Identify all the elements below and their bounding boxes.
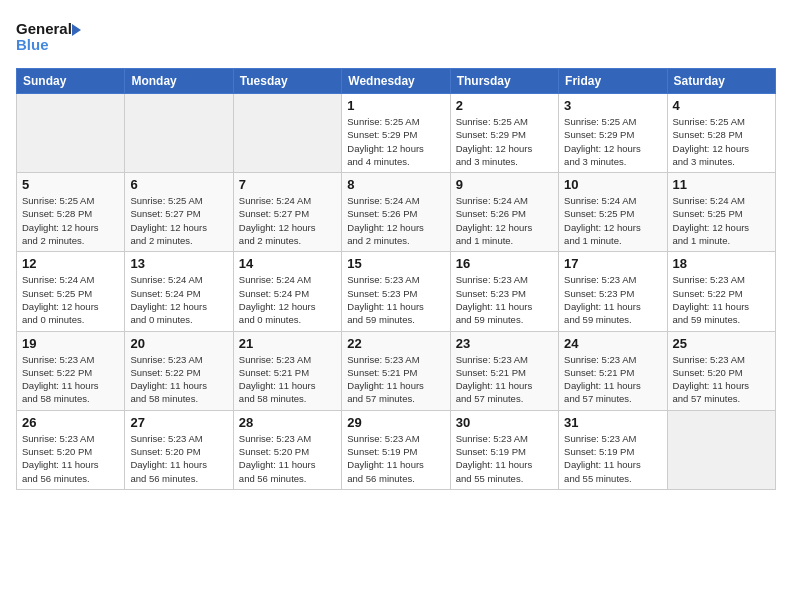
calendar-cell: 14Sunrise: 5:24 AM Sunset: 5:24 PM Dayli… [233,252,341,331]
day-info: Sunrise: 5:23 AM Sunset: 5:23 PM Dayligh… [456,273,553,326]
calendar-week-row: 5Sunrise: 5:25 AM Sunset: 5:28 PM Daylig… [17,173,776,252]
day-number: 29 [347,415,444,430]
calendar-cell: 12Sunrise: 5:24 AM Sunset: 5:25 PM Dayli… [17,252,125,331]
day-info: Sunrise: 5:23 AM Sunset: 5:19 PM Dayligh… [456,432,553,485]
day-number: 17 [564,256,661,271]
calendar-cell: 17Sunrise: 5:23 AM Sunset: 5:23 PM Dayli… [559,252,667,331]
day-number: 8 [347,177,444,192]
calendar: SundayMondayTuesdayWednesdayThursdayFrid… [16,68,776,490]
calendar-cell: 5Sunrise: 5:25 AM Sunset: 5:28 PM Daylig… [17,173,125,252]
calendar-cell [125,94,233,173]
calendar-cell: 22Sunrise: 5:23 AM Sunset: 5:21 PM Dayli… [342,331,450,410]
day-info: Sunrise: 5:24 AM Sunset: 5:27 PM Dayligh… [239,194,336,247]
calendar-week-row: 12Sunrise: 5:24 AM Sunset: 5:25 PM Dayli… [17,252,776,331]
calendar-cell: 8Sunrise: 5:24 AM Sunset: 5:26 PM Daylig… [342,173,450,252]
calendar-header-row: SundayMondayTuesdayWednesdayThursdayFrid… [17,69,776,94]
day-number: 9 [456,177,553,192]
day-info: Sunrise: 5:25 AM Sunset: 5:29 PM Dayligh… [564,115,661,168]
calendar-cell: 26Sunrise: 5:23 AM Sunset: 5:20 PM Dayli… [17,410,125,489]
day-number: 27 [130,415,227,430]
day-info: Sunrise: 5:23 AM Sunset: 5:22 PM Dayligh… [673,273,770,326]
day-number: 15 [347,256,444,271]
calendar-cell: 31Sunrise: 5:23 AM Sunset: 5:19 PM Dayli… [559,410,667,489]
day-number: 2 [456,98,553,113]
calendar-cell: 28Sunrise: 5:23 AM Sunset: 5:20 PM Dayli… [233,410,341,489]
calendar-cell: 29Sunrise: 5:23 AM Sunset: 5:19 PM Dayli… [342,410,450,489]
day-number: 3 [564,98,661,113]
day-number: 5 [22,177,119,192]
day-number: 6 [130,177,227,192]
svg-text:General: General [16,20,72,37]
logo: GeneralBlue [16,16,86,56]
calendar-cell: 11Sunrise: 5:24 AM Sunset: 5:25 PM Dayli… [667,173,775,252]
calendar-cell: 13Sunrise: 5:24 AM Sunset: 5:24 PM Dayli… [125,252,233,331]
day-info: Sunrise: 5:23 AM Sunset: 5:20 PM Dayligh… [130,432,227,485]
calendar-cell: 15Sunrise: 5:23 AM Sunset: 5:23 PM Dayli… [342,252,450,331]
day-info: Sunrise: 5:25 AM Sunset: 5:27 PM Dayligh… [130,194,227,247]
calendar-cell [667,410,775,489]
calendar-cell: 1Sunrise: 5:25 AM Sunset: 5:29 PM Daylig… [342,94,450,173]
logo-icon: GeneralBlue [16,16,86,56]
day-info: Sunrise: 5:24 AM Sunset: 5:25 PM Dayligh… [564,194,661,247]
calendar-cell: 9Sunrise: 5:24 AM Sunset: 5:26 PM Daylig… [450,173,558,252]
day-info: Sunrise: 5:24 AM Sunset: 5:24 PM Dayligh… [239,273,336,326]
header: GeneralBlue [16,16,776,56]
day-info: Sunrise: 5:23 AM Sunset: 5:21 PM Dayligh… [564,353,661,406]
day-number: 25 [673,336,770,351]
weekday-header: Saturday [667,69,775,94]
day-number: 19 [22,336,119,351]
weekday-header: Sunday [17,69,125,94]
day-number: 7 [239,177,336,192]
calendar-cell: 20Sunrise: 5:23 AM Sunset: 5:22 PM Dayli… [125,331,233,410]
day-number: 30 [456,415,553,430]
day-info: Sunrise: 5:24 AM Sunset: 5:24 PM Dayligh… [130,273,227,326]
day-number: 4 [673,98,770,113]
day-number: 23 [456,336,553,351]
calendar-cell [17,94,125,173]
day-info: Sunrise: 5:24 AM Sunset: 5:26 PM Dayligh… [456,194,553,247]
calendar-week-row: 26Sunrise: 5:23 AM Sunset: 5:20 PM Dayli… [17,410,776,489]
calendar-cell: 19Sunrise: 5:23 AM Sunset: 5:22 PM Dayli… [17,331,125,410]
calendar-week-row: 19Sunrise: 5:23 AM Sunset: 5:22 PM Dayli… [17,331,776,410]
weekday-header: Wednesday [342,69,450,94]
calendar-cell: 2Sunrise: 5:25 AM Sunset: 5:29 PM Daylig… [450,94,558,173]
day-info: Sunrise: 5:25 AM Sunset: 5:28 PM Dayligh… [673,115,770,168]
day-number: 24 [564,336,661,351]
day-number: 11 [673,177,770,192]
day-info: Sunrise: 5:23 AM Sunset: 5:20 PM Dayligh… [239,432,336,485]
calendar-cell: 4Sunrise: 5:25 AM Sunset: 5:28 PM Daylig… [667,94,775,173]
svg-marker-2 [72,24,81,36]
weekday-header: Thursday [450,69,558,94]
day-info: Sunrise: 5:23 AM Sunset: 5:21 PM Dayligh… [456,353,553,406]
day-info: Sunrise: 5:24 AM Sunset: 5:26 PM Dayligh… [347,194,444,247]
day-number: 12 [22,256,119,271]
day-info: Sunrise: 5:23 AM Sunset: 5:22 PM Dayligh… [22,353,119,406]
day-info: Sunrise: 5:25 AM Sunset: 5:28 PM Dayligh… [22,194,119,247]
day-number: 16 [456,256,553,271]
day-info: Sunrise: 5:23 AM Sunset: 5:19 PM Dayligh… [564,432,661,485]
calendar-cell: 24Sunrise: 5:23 AM Sunset: 5:21 PM Dayli… [559,331,667,410]
day-info: Sunrise: 5:23 AM Sunset: 5:21 PM Dayligh… [239,353,336,406]
calendar-cell: 30Sunrise: 5:23 AM Sunset: 5:19 PM Dayli… [450,410,558,489]
calendar-cell: 6Sunrise: 5:25 AM Sunset: 5:27 PM Daylig… [125,173,233,252]
calendar-cell: 18Sunrise: 5:23 AM Sunset: 5:22 PM Dayli… [667,252,775,331]
day-number: 18 [673,256,770,271]
day-number: 26 [22,415,119,430]
calendar-cell: 3Sunrise: 5:25 AM Sunset: 5:29 PM Daylig… [559,94,667,173]
weekday-header: Monday [125,69,233,94]
day-info: Sunrise: 5:23 AM Sunset: 5:22 PM Dayligh… [130,353,227,406]
day-number: 21 [239,336,336,351]
day-info: Sunrise: 5:24 AM Sunset: 5:25 PM Dayligh… [673,194,770,247]
calendar-cell: 7Sunrise: 5:24 AM Sunset: 5:27 PM Daylig… [233,173,341,252]
calendar-cell: 10Sunrise: 5:24 AM Sunset: 5:25 PM Dayli… [559,173,667,252]
weekday-header: Friday [559,69,667,94]
day-info: Sunrise: 5:23 AM Sunset: 5:20 PM Dayligh… [22,432,119,485]
day-info: Sunrise: 5:23 AM Sunset: 5:20 PM Dayligh… [673,353,770,406]
day-number: 20 [130,336,227,351]
day-number: 13 [130,256,227,271]
svg-text:Blue: Blue [16,36,49,53]
day-info: Sunrise: 5:23 AM Sunset: 5:23 PM Dayligh… [347,273,444,326]
weekday-header: Tuesday [233,69,341,94]
day-number: 22 [347,336,444,351]
day-number: 31 [564,415,661,430]
